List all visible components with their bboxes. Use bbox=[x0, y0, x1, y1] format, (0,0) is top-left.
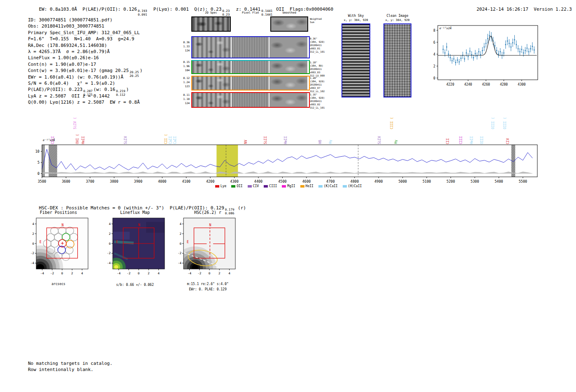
cutout-right-label: 20180411 bbox=[310, 100, 332, 103]
zoom-point bbox=[482, 50, 483, 51]
legend-item: Lyα bbox=[215, 184, 226, 188]
plae-w-fraction: 0.2190.112 bbox=[115, 90, 126, 97]
zoom-point bbox=[459, 61, 460, 62]
legend-label: CIV bbox=[253, 184, 259, 188]
north-label: N bbox=[138, 223, 140, 227]
legend-label: HeII bbox=[306, 184, 314, 188]
detection-report-page: EW: 0.8±103.0Å P(LAE)/P(OII): 0.1260.193… bbox=[0, 0, 576, 392]
cutout-left-label: 1.33 bbox=[173, 45, 190, 49]
spectrum-xtick: 5000 bbox=[398, 179, 406, 183]
cutout-right-label: (384, 89) bbox=[310, 64, 332, 67]
zoom-point bbox=[469, 51, 470, 51]
zoom-point bbox=[457, 60, 458, 60]
info-lambda-sigma: λ = 4265.37Å σ = 2.86(±0.79)Å bbox=[28, 49, 142, 55]
col-header-smoothed: Smoothed bbox=[270, 11, 308, 14]
cutout-grid: WeightedSum0.361.331240.36"(384, 920)201… bbox=[173, 16, 334, 111]
cutout-cell bbox=[232, 93, 269, 107]
cutout-right-label: 20180411 bbox=[310, 83, 332, 86]
mini-xtick: -2 bbox=[127, 271, 130, 275]
cutout-right-label: Weighted bbox=[310, 17, 332, 21]
zoom-ytick: 4 bbox=[433, 53, 435, 56]
source-blob bbox=[192, 264, 198, 270]
zoom-point bbox=[523, 53, 524, 53]
zoom-point bbox=[519, 51, 520, 52]
legend-swatch bbox=[231, 185, 235, 188]
zoom-point bbox=[505, 44, 506, 45]
zoom-point bbox=[500, 51, 501, 52]
cutout-right-label: v003_07 bbox=[310, 86, 332, 90]
hsc-thumbnail-plot: -4-4-2-2002244NE bbox=[173, 216, 239, 278]
north-label: N bbox=[62, 223, 64, 227]
emission-line-label: SiIV ( bbox=[74, 117, 77, 129]
fiber-positions-plot: -4-4-2-2002244NE bbox=[26, 216, 91, 278]
cutout-right-label: (384, 929) bbox=[310, 80, 332, 83]
mini-ytick: 2 bbox=[32, 232, 34, 236]
spectrum-xtick: 5100 bbox=[423, 179, 431, 183]
legend-label: CIII bbox=[269, 184, 277, 188]
cutout-left-labels: 0.121.24123 bbox=[173, 77, 190, 88]
lineflux-caption: s/b: 0.66 +/- 0.062 bbox=[102, 283, 168, 287]
gmag-fraction: 20.2520.25 bbox=[129, 71, 140, 78]
cutout-left-label: 1.96 bbox=[173, 65, 190, 69]
mini-ytick: -4 bbox=[107, 261, 111, 265]
cutout-cell bbox=[232, 37, 269, 58]
zoom-point bbox=[509, 43, 509, 44]
legend-swatch bbox=[343, 185, 347, 188]
source-blob bbox=[114, 265, 118, 269]
info-q-lya: Q(0.00) Lyα(1216) z = 2.5087 EW r = 0.8Å bbox=[28, 100, 142, 106]
spectrum-xtick: 4500 bbox=[278, 179, 286, 183]
zoom-point bbox=[512, 42, 513, 43]
with-sky-coords: x, y: 384, 920 bbox=[337, 19, 374, 22]
cutout-right-label: 0.36" bbox=[310, 37, 332, 40]
zoom-point bbox=[511, 46, 511, 47]
spectrum-unit-label: e⁻¹⁷x2Å bbox=[43, 138, 55, 142]
mini-ytick: 0 bbox=[179, 242, 181, 246]
mini-ytick: 4 bbox=[32, 222, 34, 226]
plae-fraction: 0.1930.091 bbox=[137, 9, 148, 16]
spectrum-xtick: 4600 bbox=[302, 179, 311, 183]
zoom-point bbox=[473, 57, 474, 58]
cutout-row bbox=[191, 36, 310, 58]
spectrum-xtick: 4400 bbox=[254, 179, 262, 183]
zoom-point bbox=[476, 56, 477, 56]
cutout-left-label: 0.12 bbox=[173, 77, 190, 81]
mini-xtick: 0 bbox=[61, 271, 63, 275]
mini-xtick: 0 bbox=[209, 271, 211, 275]
zoom-point bbox=[475, 53, 476, 54]
cutout-right-label: 312_LL_101 bbox=[310, 106, 332, 109]
mini-ytick: -2 bbox=[107, 251, 111, 255]
mini-xtick: 4 bbox=[81, 271, 83, 275]
info-panel: ID: 3000774851 (3000774851.pdf) Obs: 201… bbox=[28, 17, 142, 106]
spectrum-xtick: 4100 bbox=[182, 179, 190, 183]
lineflux-map-plot: -4-4-2-2002244NE bbox=[102, 216, 168, 278]
zoom-point bbox=[452, 60, 453, 61]
legend-item: CIII bbox=[264, 184, 277, 188]
legend-label: (H)CaII bbox=[348, 184, 362, 188]
legend-swatch bbox=[215, 185, 219, 188]
cutout-cell bbox=[269, 93, 307, 107]
spectrum-xtick: 5200 bbox=[446, 179, 455, 183]
cutout-right-label: Sum bbox=[310, 21, 332, 24]
col-header-pixel-flat: Pixel Flat bbox=[232, 11, 269, 14]
mini-xtick: 2 bbox=[218, 271, 221, 275]
cutout-left-label: 0.11 bbox=[173, 93, 190, 97]
cutout-left-labels: 0.151.96104 bbox=[173, 60, 190, 72]
zoom-spectrum-chart: 4220424042604280430002468e⁻¹⁷x2Å bbox=[424, 19, 541, 90]
zoom-ytick: 2 bbox=[433, 65, 435, 68]
emission-line-label: CIII ( bbox=[390, 117, 394, 129]
info-plae-poii: P(LAE)/P(OII): 0.2230.2870.175(w: 0.160.… bbox=[28, 87, 142, 93]
spectrum-xtick: 4000 bbox=[158, 179, 166, 183]
zoom-point bbox=[460, 58, 461, 59]
cutout-right-label: v003_03 bbox=[310, 71, 332, 74]
mini-xtick: -2 bbox=[50, 271, 54, 275]
mini-image-area bbox=[107, 218, 165, 276]
mini-xtick: -4 bbox=[117, 271, 121, 275]
spectrum-xtick: 4800 bbox=[351, 179, 359, 183]
cutout-right-label: (384, 920) bbox=[310, 96, 332, 100]
info-id: ID: 3000774851 (3000774851.pdf) bbox=[28, 17, 142, 23]
spectrum-ytick: 0 bbox=[37, 172, 39, 176]
spectrum-xtick: 4900 bbox=[374, 179, 383, 183]
zoom-point bbox=[443, 49, 444, 50]
east-label: E bbox=[116, 240, 118, 244]
cutout-right-labels: 0.36"(384, 920)20180411v003_01312_LL_101 bbox=[310, 37, 332, 53]
